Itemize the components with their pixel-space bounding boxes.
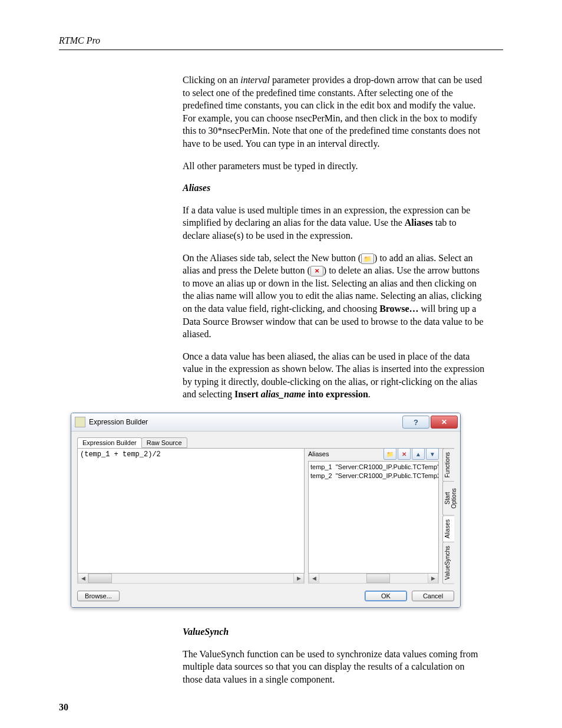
window-title: Expression Builder	[89, 418, 402, 426]
new-icon	[361, 253, 374, 264]
ok-button[interactable]: OK	[365, 591, 407, 601]
help-button[interactable]: ?	[402, 416, 429, 429]
aliases-panel-label: Aliases	[308, 450, 329, 457]
browse-button[interactable]: Browse...	[77, 591, 120, 601]
side-tab-functions[interactable]: Functions	[442, 448, 454, 482]
delete-alias-button[interactable]: ✕	[398, 448, 411, 460]
expression-scrollbar[interactable]: ◀ ▶	[77, 574, 305, 584]
side-tabs: Functions Start Options Aliases ValueSyn…	[442, 448, 454, 584]
page-number: 30	[59, 702, 68, 713]
scroll-left-icon[interactable]: ◀	[309, 574, 319, 583]
tab-expression-builder[interactable]: Expression Builder	[77, 437, 142, 448]
paragraph-alias-intro: If a data value is used multiple times i…	[183, 204, 485, 242]
paragraph-alias-usage: On the Aliases side tab, select the New …	[183, 252, 485, 341]
expression-text: (temp_1 + temp_2)/2	[80, 450, 161, 459]
paragraph-interval: Clicking on an interval parameter provid…	[183, 74, 485, 150]
list-item[interactable]: temp_2 "Server:CR1000_IP.Public.TCTemp2"	[310, 472, 437, 480]
scroll-thumb[interactable]	[88, 574, 112, 583]
titlebar: Expression Builder ? ✕	[71, 413, 460, 431]
alias-list[interactable]: temp_1 "Server:CR1000_IP.Public.TCTemp" …	[308, 461, 439, 574]
cancel-button[interactable]: Cancel	[412, 591, 454, 601]
scroll-thumb[interactable]	[366, 574, 390, 583]
tab-raw-source[interactable]: Raw Source	[141, 437, 187, 448]
app-icon	[75, 417, 85, 427]
scroll-right-icon[interactable]: ▶	[428, 574, 438, 583]
scroll-left-icon[interactable]: ◀	[78, 574, 88, 583]
expression-editor[interactable]: (temp_1 + temp_2)/2	[77, 448, 305, 574]
running-header: RTMC Pro	[59, 35, 503, 46]
header-rule	[59, 50, 503, 50]
section-title-valuesynch: ValueSynch	[183, 625, 485, 638]
alias-scrollbar[interactable]: ◀ ▶	[308, 574, 439, 584]
move-up-button[interactable]: ▲	[412, 448, 425, 460]
expression-builder-dialog: Expression Builder ? ✕ Expression Builde…	[71, 413, 461, 608]
paragraph-other-params: All other parameters must be typed in di…	[183, 160, 485, 173]
delete-icon	[310, 266, 323, 276]
move-down-button[interactable]: ▼	[426, 448, 439, 460]
close-button[interactable]: ✕	[431, 416, 458, 429]
paragraph-alias-inserted: Once a data value has been aliased, the …	[183, 350, 485, 401]
section-title-aliases: Aliases	[183, 182, 485, 195]
side-tab-valuesynchs[interactable]: ValueSynchs	[442, 542, 454, 584]
side-tab-start-options[interactable]: Start Options	[442, 481, 454, 516]
scroll-right-icon[interactable]: ▶	[293, 574, 304, 583]
list-item[interactable]: temp_1 "Server:CR1000_IP.Public.TCTemp"	[310, 463, 437, 472]
horizontal-tabs: Expression Builder Raw Source	[77, 437, 454, 449]
paragraph-valuesynch: The ValueSynch function can be used to s…	[183, 648, 485, 686]
new-alias-button[interactable]: 📁	[384, 448, 396, 460]
side-tab-aliases[interactable]: Aliases	[442, 515, 454, 542]
